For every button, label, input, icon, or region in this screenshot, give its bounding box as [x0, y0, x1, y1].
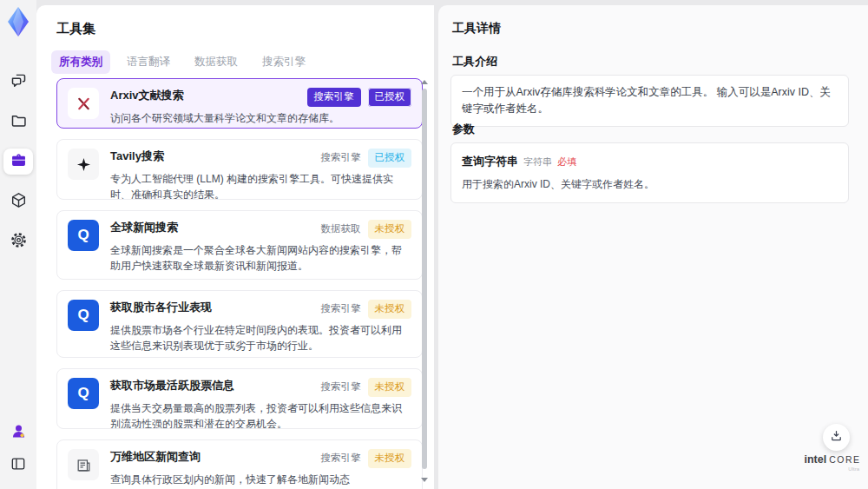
tool-desc: 查询具体行政区划内的新闻，快速了解各地新闻动态	[110, 472, 411, 488]
tool-name: 万维地区新闻查询	[110, 449, 201, 466]
auth-badge: 未授权	[368, 378, 412, 397]
tool-list-panel: 工具集 所有类别 语言翻译 数据获取 搜索引擎 Arxiv文献搜索 搜索引擎 已…	[36, 5, 434, 489]
tool-desc: 提供当天交易量最高的股票列表，投资者可以利用这些信息来识别流动性强的股票和潜在的…	[110, 400, 411, 430]
category-badge: 搜索引擎	[321, 149, 361, 168]
folder-icon	[10, 111, 28, 133]
user-avatar-icon	[10, 422, 28, 444]
sidebar-item-chat[interactable]	[3, 69, 33, 95]
tab-language-translation[interactable]: 语言翻译	[119, 50, 178, 74]
auth-badge: 已授权	[368, 149, 412, 168]
intro-box: 一个用于从Arxiv存储库搜索科学论文和文章的工具。 输入可以是Arxiv ID…	[450, 75, 849, 127]
tool-card-regional-news[interactable]: 万维地区新闻查询 搜索引擎 未授权 查询具体行政区划内的新闻，快速了解各地新闻动…	[56, 439, 423, 489]
scroll-down-arrow-icon[interactable]	[421, 478, 428, 482]
sidebar-item-packages[interactable]	[3, 188, 33, 215]
user-avatar-button[interactable]	[3, 420, 33, 446]
tool-name: 全球新闻搜索	[110, 220, 178, 236]
param-type: 字符串	[523, 155, 552, 169]
params-heading: 参数	[452, 122, 475, 137]
sidebar-item-files[interactable]	[3, 109, 33, 135]
sidebar-item-settings[interactable]	[3, 228, 33, 254]
category-tabs: 所有类别 语言翻译 数据获取 搜索引擎	[51, 50, 313, 74]
list-scrollbar[interactable]	[422, 78, 427, 489]
auth-badge: 已授权	[368, 88, 412, 107]
tool-desc: 访问各个研究领域大量科学论文和文章的存储库。	[110, 110, 411, 127]
category-badge: 搜索引擎	[307, 88, 361, 107]
news-search-icon: Q	[68, 220, 99, 251]
regional-news-icon	[68, 449, 99, 480]
arxiv-icon	[68, 88, 99, 119]
panel-toggle-icon	[10, 455, 27, 476]
tab-data-fetch[interactable]: 数据获取	[187, 50, 246, 74]
gem-logo-icon	[4, 6, 32, 37]
tool-name: 获取股市各行业表现	[110, 300, 212, 316]
param-item: 查询字符串 字符串 必填 用于搜索的Arxiv ID、关键字或作者姓名。	[450, 142, 849, 203]
category-badge: 搜索引擎	[321, 378, 361, 397]
tool-card-global-news[interactable]: Q 全球新闻搜索 数据获取 未授权 全球新闻搜索是一个聚合全球各大新闻网站内容的…	[56, 210, 423, 280]
download-button[interactable]	[823, 424, 850, 451]
param-required-badge: 必填	[557, 155, 576, 169]
tool-card-list: Arxiv文献搜索 搜索引擎 已授权 访问各个研究领域大量科学论文和文章的存储库…	[56, 78, 423, 489]
tool-card-arxiv[interactable]: Arxiv文献搜索 搜索引擎 已授权 访问各个研究领域大量科学论文和文章的存储库…	[56, 78, 423, 129]
scroll-up-arrow-icon[interactable]	[421, 80, 428, 84]
scrollbar-thumb[interactable]	[422, 89, 427, 469]
param-desc: 用于搜索的Arxiv ID、关键字或作者姓名。	[462, 177, 838, 192]
tool-detail-panel: 工具详情 工具介绍 一个用于从Arxiv存储库搜索科学论文和文章的工具。 输入可…	[438, 5, 868, 489]
tab-search-engine[interactable]: 搜索引擎	[254, 50, 313, 74]
tool-name: Arxiv文献搜索	[110, 88, 184, 104]
sidebar-nav	[3, 69, 33, 254]
cube-icon	[10, 191, 28, 213]
tab-all-categories[interactable]: 所有类别	[51, 50, 110, 74]
tool-card-most-active-stocks[interactable]: Q 获取市场最活跃股票信息 搜索引擎 未授权 提供当天交易量最高的股票列表，投资…	[56, 368, 423, 429]
auth-badge: 未授权	[368, 449, 412, 468]
tool-desc: 提供股票市场各个行业在特定时间段内的表现。投资者可以利用这些信息来识别表现优于或…	[110, 322, 411, 354]
tool-card-tavily[interactable]: Tavily搜索 搜索引擎 已授权 专为人工智能代理 (LLM) 构建的搜索引擎…	[56, 139, 423, 200]
category-badge: 数据获取	[321, 220, 361, 239]
detail-title: 工具详情	[452, 21, 501, 36]
chat-icon	[10, 71, 28, 93]
panel-toggle-button[interactable]	[3, 453, 33, 479]
page-title: 工具集	[56, 21, 95, 37]
intel-brand-text: intel	[804, 453, 826, 466]
sidebar-item-toolbox[interactable]	[3, 149, 33, 175]
auth-badge: 未授权	[368, 300, 412, 319]
app-sidebar	[0, 0, 36, 489]
intro-heading: 工具介绍	[452, 54, 497, 69]
stock-sector-icon: Q	[68, 300, 99, 331]
download-icon	[830, 429, 843, 446]
tool-card-sector-performance[interactable]: Q 获取股市各行业表现 搜索引擎 未授权 提供股票市场各个行业在特定时间段内的表…	[56, 290, 423, 358]
tool-desc: 专为人工智能代理 (LLM) 构建的搜索引擎工具。可快速提供实时、准确和真实的结…	[110, 171, 411, 201]
tool-name: Tavily搜索	[110, 149, 164, 165]
settings-gear-icon	[10, 231, 28, 253]
category-badge: 搜索引擎	[321, 300, 361, 319]
tool-desc: 全球新闻搜索是一个聚合全球各大新闻网站内容的搜索引擎，帮助用户快速获取全球最新资…	[110, 242, 411, 274]
core-brand-text: CORE	[829, 454, 860, 465]
auth-badge: 未授权	[368, 220, 412, 239]
toolbox-icon	[10, 151, 28, 173]
category-badge: 搜索引擎	[321, 449, 361, 468]
intel-core-logo: intel CORE Ultra	[804, 453, 861, 472]
sidebar-bottom	[3, 420, 33, 479]
param-name: 查询字符串	[462, 154, 518, 169]
tool-name: 获取市场最活跃股票信息	[110, 378, 234, 394]
active-stock-icon: Q	[68, 378, 99, 409]
tavily-star-icon	[68, 149, 99, 180]
intel-sub-text: Ultra	[804, 466, 861, 472]
